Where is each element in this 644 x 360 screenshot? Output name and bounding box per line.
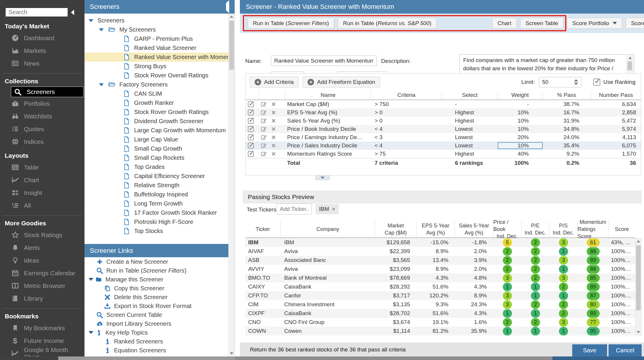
save-button[interactable]: Save bbox=[572, 344, 607, 356]
scroll-up-icon[interactable] bbox=[635, 238, 641, 244]
toolbar-button-chart[interactable]: Chart bbox=[492, 18, 516, 29]
checkbox-checked-icon[interactable] bbox=[248, 143, 254, 149]
criteria-row[interactable]: ×EPS 5-Year Avg (%)> 0Highest10%16.7%2,8… bbox=[245, 108, 641, 117]
delete-icon[interactable]: × bbox=[271, 150, 276, 157]
preview-row-caixy[interactable]: CAIXYCaixaBank$28,29251.6%4.3%11289100%… bbox=[245, 282, 635, 291]
delete-icon[interactable]: × bbox=[271, 109, 276, 116]
checkbox-checked-icon[interactable] bbox=[248, 134, 254, 140]
search-input[interactable] bbox=[5, 8, 68, 17]
sidebar-item-metric-browser[interactable]: Metric Browser bbox=[0, 279, 84, 292]
tree-item-large-cap-growth-with-momentum[interactable]: Large Cap Growth with Momentum bbox=[84, 126, 228, 135]
column-header-p-s[interactable]: P/SInd. Dec. bbox=[549, 221, 578, 237]
column-header-weight[interactable]: Weight bbox=[498, 91, 542, 100]
limit-spinner[interactable]: 50 bbox=[539, 77, 581, 87]
link-ranked-screeners[interactable]: Ranked Screeners bbox=[84, 337, 228, 346]
link-screen-current-table[interactable]: Screen Current Table bbox=[84, 310, 228, 319]
remove-chip-icon[interactable]: × bbox=[332, 206, 335, 212]
toolbar-button-score-portfolio[interactable]: Score Portfolio bbox=[567, 18, 622, 29]
column-header-p-e[interactable]: P/EInd. Dec. bbox=[521, 221, 549, 237]
column-header-market[interactable]: MarketCap ($M) bbox=[375, 221, 417, 237]
scroll-up-icon[interactable] bbox=[229, 14, 235, 19]
link-equation-screeners[interactable]: Equation Screeners bbox=[84, 346, 228, 355]
delete-icon[interactable]: × bbox=[271, 134, 276, 141]
sidebar-item-indices[interactable]: Indices bbox=[0, 135, 84, 148]
column-header-ticker[interactable]: Ticker bbox=[245, 221, 281, 237]
sidebar-item-google-6-month-chart[interactable]: Google 6 Month Chart bbox=[0, 347, 84, 356]
scrollbar-thumb[interactable] bbox=[636, 245, 641, 310]
criteria-row[interactable]: ×Momentum Ratings Score> 75Highest40%9.2… bbox=[245, 150, 641, 158]
sidebar-item-chart[interactable]: Chart bbox=[0, 174, 84, 186]
preview-row-asb[interactable]: ASBAssociated Banc$3,56513.4%3.9%2238910… bbox=[245, 256, 635, 265]
tree-item-long-term-growth[interactable]: Long Term Growth bbox=[84, 199, 228, 208]
sidebar-item-table[interactable]: Table bbox=[0, 161, 84, 174]
tree-item-garp-premium-plus[interactable]: GARP - Premium Plus bbox=[84, 34, 228, 43]
checkbox-checked-icon[interactable] bbox=[248, 110, 254, 115]
tree-item-screeners[interactable]: Screeners bbox=[84, 16, 228, 25]
criteria-row[interactable]: ×Price / Sales Industry Decile< 4Lowest1… bbox=[245, 141, 641, 150]
caret-down-icon[interactable] bbox=[99, 28, 104, 31]
toolbar-button-screen-table[interactable]: Screen Table bbox=[520, 18, 564, 29]
delete-icon[interactable]: × bbox=[271, 101, 276, 108]
preview-scrollbar[interactable] bbox=[635, 238, 642, 335]
column-header--pass[interactable]: % Pass bbox=[542, 91, 591, 100]
ticker-chip-ibm[interactable]: IBM × bbox=[316, 204, 339, 214]
tree-item-ranked-value-screener-with-momentum[interactable]: Ranked Value Screener with Momentum bbox=[84, 53, 228, 62]
column-header-criteria[interactable]: Criteria bbox=[371, 91, 442, 100]
sidebar-item-portfolios[interactable]: Portfolios bbox=[0, 97, 84, 110]
tree-item-can-slim[interactable]: CAN SLIM bbox=[84, 89, 228, 98]
caret-down-icon[interactable] bbox=[89, 331, 93, 334]
preview-row-bmo-to[interactable]: BMO.TOBank of Montreal$78,6694.3%4.8%323… bbox=[245, 273, 635, 282]
link-delete-this-screener[interactable]: Delete this Screener bbox=[84, 293, 228, 302]
checkbox-checked-icon[interactable] bbox=[248, 151, 254, 157]
criteria-collapse-handle[interactable] bbox=[315, 175, 330, 180]
tree-item-large-cap-value[interactable]: Large Cap Value bbox=[84, 135, 228, 144]
toolbar-button-run-in-table-[interactable]: Run in Table (Returns vs. S&P 500) bbox=[338, 18, 437, 29]
tree-item-17-factor-growth-stock-ranker[interactable]: 17 Factor Growth Stock Ranker bbox=[84, 208, 228, 217]
cancel-button[interactable]: Cancel bbox=[609, 344, 642, 356]
preview-row-avviy[interactable]: AVVIYAviva$23,0998.9%2.0%22188100%… bbox=[245, 265, 635, 273]
tree-item-small-cap-growth[interactable]: Small Cap Growth bbox=[84, 144, 228, 153]
column-header-select[interactable]: Select bbox=[442, 91, 498, 100]
link-import-library-screeners[interactable]: Import Library Screeners bbox=[84, 319, 228, 328]
column-header-momentum[interactable]: MomentumRatings Score bbox=[578, 221, 609, 237]
panel-collapse-button[interactable] bbox=[226, 3, 229, 11]
tree-item-stock-rover-overall-ratings[interactable]: Stock Rover Overall Ratings bbox=[84, 71, 228, 80]
sidebar-collapse-button[interactable] bbox=[68, 8, 77, 17]
delete-icon[interactable]: × bbox=[271, 126, 276, 133]
caret-down-icon[interactable] bbox=[89, 19, 93, 22]
tree-item-strong-buys[interactable]: Strong Buys bbox=[84, 62, 228, 71]
tree-item-growth-ranker[interactable]: Growth Ranker bbox=[84, 98, 228, 107]
delete-icon[interactable]: × bbox=[271, 142, 276, 149]
name-input[interactable] bbox=[271, 56, 377, 66]
checkbox-checked-icon[interactable] bbox=[248, 118, 254, 124]
column-header-number-pass[interactable]: Number Pass bbox=[591, 91, 641, 100]
preview-row-cown[interactable]: COWNCowen$1,11481.2%35.9%11195100%… bbox=[245, 327, 635, 335]
tree-scrollbar[interactable] bbox=[228, 14, 235, 356]
add-ticker-input[interactable] bbox=[277, 203, 312, 214]
criteria-row[interactable]: ×Sales 5-Year Avg (%)> 0Highest10%31.9%5… bbox=[245, 117, 641, 125]
scrollbar-thumb[interactable] bbox=[229, 21, 234, 70]
link-create-a-new-screener[interactable]: Create a New Screener bbox=[84, 257, 228, 266]
tree-item-piotroski-high-f-score[interactable]: Piotroski High F-Score bbox=[84, 217, 228, 227]
use-ranking-checkbox[interactable]: Use Ranking bbox=[593, 79, 635, 86]
spinner-arrows-icon[interactable] bbox=[574, 79, 578, 85]
sidebar-item-watchlists[interactable]: Watchlists bbox=[0, 110, 84, 123]
scroll-up-icon[interactable] bbox=[627, 55, 633, 61]
sidebar-item-quotes[interactable]: Quotes bbox=[0, 123, 84, 135]
tree-item-my-screeners[interactable]: My Screeners bbox=[84, 25, 228, 34]
criteria-row[interactable]: ×Market Cap ($M)> 750--38.7%6,634 bbox=[245, 100, 641, 108]
tree-item-top-stocks[interactable]: Top Stocks bbox=[84, 227, 228, 236]
sidebar-item-insight[interactable]: Insight bbox=[0, 186, 84, 199]
column-header-eps-5-year[interactable]: EPS 5-YearAvg (%) bbox=[417, 221, 455, 237]
tree-item-top-grades[interactable]: Top Grades bbox=[84, 162, 228, 172]
link-run-in-table-[interactable]: Run in Table (Screener Filters) bbox=[84, 266, 228, 275]
preview-row-cixpf[interactable]: CIXPFCaixaBank$28,70251.6%4.3%11289100%… bbox=[245, 309, 635, 318]
preview-row-aivaf[interactable]: AIVAFAviva$22,3998.9%2.0%22188100%… bbox=[245, 247, 635, 256]
toolbar-button-score-watchlist[interactable]: Score Watchlist bbox=[626, 18, 644, 29]
add-criteria-button[interactable]: + Add Criteria bbox=[250, 76, 299, 88]
link-key-help-topics[interactable]: Key Help Topics bbox=[84, 328, 228, 337]
sidebar-item-future-income[interactable]: $Future Income bbox=[0, 334, 84, 347]
checkbox-checked-icon[interactable] bbox=[248, 126, 254, 132]
caret-down-icon[interactable] bbox=[99, 83, 104, 86]
checkbox-checked-icon[interactable] bbox=[248, 101, 254, 107]
